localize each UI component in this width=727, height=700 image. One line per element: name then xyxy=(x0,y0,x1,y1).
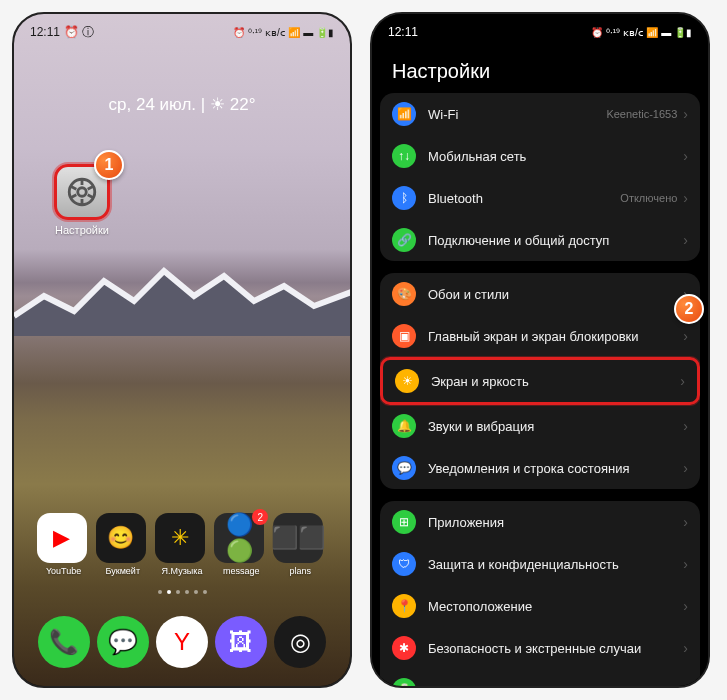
row-icon: ✱ xyxy=(392,636,416,660)
app-icon: 🔵🟢2 xyxy=(214,513,264,563)
chevron-right-icon: › xyxy=(683,556,688,572)
row-label: Экран и яркость xyxy=(431,374,680,389)
row-label: Приложения xyxy=(428,515,683,530)
dock: 📞💬Y🖼◎ xyxy=(14,616,350,668)
chevron-right-icon: › xyxy=(683,598,688,614)
row-label: Обои и стили xyxy=(428,287,683,302)
row-label: Главный экран и экран блокировки xyxy=(428,329,683,344)
settings-row-обои-и-стили[interactable]: 🎨Обои и стили› xyxy=(380,273,700,315)
row-icon: 📍 xyxy=(392,594,416,618)
row-label: Bluetooth xyxy=(428,191,620,206)
row-icon: 💬 xyxy=(392,456,416,480)
settings-row-приложения[interactable]: ⊞Приложения› xyxy=(380,501,700,543)
chevron-right-icon: › xyxy=(683,682,688,688)
row-label: Wi-Fi xyxy=(428,107,606,122)
row-icon: ᛒ xyxy=(392,186,416,210)
svg-point-1 xyxy=(78,188,87,197)
app-я.музыка[interactable]: ✳Я.Музыка xyxy=(155,513,209,576)
row-icon: 🎨 xyxy=(392,282,416,306)
settings-group: 🎨Обои и стили›▣Главный экран и экран бло… xyxy=(380,273,700,489)
app-label: plans xyxy=(273,566,327,576)
app-label: Букмейт xyxy=(96,566,150,576)
settings-list[interactable]: 📶Wi-FiKeenetic-1653›↑↓Мобильная сеть›ᛒBl… xyxy=(372,93,708,688)
settings-row-wi-fi[interactable]: 📶Wi-FiKeenetic-1653› xyxy=(380,93,700,135)
status-right-icons: ⏰ ⁰·¹⁹ ᴋʙ/ᴄ 📶 ▬ 🔋▮ xyxy=(233,27,334,38)
settings-row-безопасность-и-экстренные-случаи[interactable]: ✱Безопасность и экстренные случаи› xyxy=(380,627,700,669)
chevron-right-icon: › xyxy=(683,328,688,344)
chevron-right-icon: › xyxy=(683,640,688,656)
settings-group: ⊞Приложения›🛡Защита и конфиденциальность… xyxy=(380,501,700,688)
callout-badge-1: 1 xyxy=(94,150,124,180)
row-label: Мобильная сеть xyxy=(428,149,683,164)
app-букмейт[interactable]: 😊Букмейт xyxy=(96,513,150,576)
row-label: Безопасность и экстренные случаи xyxy=(428,641,683,656)
app-message[interactable]: 🔵🟢2message xyxy=(214,513,268,576)
app-label: Я.Музыка xyxy=(155,566,209,576)
notification-badge: 2 xyxy=(252,509,268,525)
page-title: Настройки xyxy=(372,44,708,93)
app-plans[interactable]: ⬛⬛plans xyxy=(273,513,327,576)
dock-icon-1[interactable]: 💬 xyxy=(97,616,149,668)
row-label: Уведомления и строка состояния xyxy=(428,461,683,476)
app-icon: 😊 xyxy=(96,513,146,563)
dock-icon-3[interactable]: 🖼 xyxy=(215,616,267,668)
chevron-right-icon: › xyxy=(683,514,688,530)
callout-badge-2: 2 xyxy=(674,294,704,324)
settings-row-мобильная-сеть[interactable]: ↑↓Мобильная сеть› xyxy=(380,135,700,177)
settings-row-батарея[interactable]: 🔋Батарея› xyxy=(380,669,700,688)
settings-row-местоположение[interactable]: 📍Местоположение› xyxy=(380,585,700,627)
row-value: Отключено xyxy=(620,192,677,204)
row-icon: 🔋 xyxy=(392,678,416,688)
row-icon: ☀ xyxy=(395,369,419,393)
app-icon: ⬛⬛ xyxy=(273,513,323,563)
row-icon: 📶 xyxy=(392,102,416,126)
settings-row-звуки-и-вибрация[interactable]: 🔔Звуки и вибрация› xyxy=(380,405,700,447)
status-bar: 12:11 ⏰ ⓘ ⏰ ⁰·¹⁹ ᴋʙ/ᴄ 📶 ▬ 🔋▮ xyxy=(14,14,350,44)
app-row: ▶YouTube😊Букмейт✳Я.Музыка🔵🟢2message⬛⬛pla… xyxy=(14,513,350,576)
app-label: message xyxy=(214,566,268,576)
weather-icon: ☀ xyxy=(210,95,225,114)
settings-row-главный-экран-и-экран-блокировки[interactable]: ▣Главный экран и экран блокировки› xyxy=(380,315,700,357)
chevron-right-icon: › xyxy=(680,373,685,389)
app-icon: ✳ xyxy=(155,513,205,563)
row-icon: 🔔 xyxy=(392,414,416,438)
row-icon: 🔗 xyxy=(392,228,416,252)
app-label: YouTube xyxy=(37,566,91,576)
page-indicator xyxy=(14,590,350,594)
chevron-right-icon: › xyxy=(683,106,688,122)
status-time: 12:11 xyxy=(30,25,60,39)
settings-row-защита-и-конфиденциальность[interactable]: 🛡Защита и конфиденциальность› xyxy=(380,543,700,585)
settings-row-подключение-и-общий-доступ[interactable]: 🔗Подключение и общий доступ› xyxy=(380,219,700,261)
dock-icon-4[interactable]: ◎ xyxy=(274,616,326,668)
status-bar: 12:11 ⏰ ⁰·¹⁹ ᴋʙ/ᴄ 📶 ▬ 🔋▮ xyxy=(372,14,708,44)
app-icon: ▶ xyxy=(37,513,87,563)
row-label: Защита и конфиденциальность xyxy=(428,557,683,572)
chevron-right-icon: › xyxy=(683,232,688,248)
dock-icon-0[interactable]: 📞 xyxy=(38,616,90,668)
app-youtube[interactable]: ▶YouTube xyxy=(37,513,91,576)
settings-screen-phone: 12:11 ⏰ ⁰·¹⁹ ᴋʙ/ᴄ 📶 ▬ 🔋▮ Настройки 📶Wi-F… xyxy=(370,12,710,688)
status-time: 12:11 xyxy=(388,25,418,39)
row-icon: ⊞ xyxy=(392,510,416,534)
chevron-right-icon: › xyxy=(683,418,688,434)
settings-row-bluetooth[interactable]: ᛒBluetoothОтключено› xyxy=(380,177,700,219)
settings-row-уведомления-и-строка-состояния[interactable]: 💬Уведомления и строка состояния› xyxy=(380,447,700,489)
row-label: Батарея xyxy=(428,683,683,689)
weather-widget[interactable]: ср, 24 июл. | ☀ 22° xyxy=(14,94,350,115)
row-label: Подключение и общий доступ xyxy=(428,233,683,248)
chevron-right-icon: › xyxy=(683,148,688,164)
settings-row-экран-и-яркость[interactable]: ☀Экран и яркость› xyxy=(380,357,700,405)
temperature: 22° xyxy=(230,95,256,114)
row-icon: 🛡 xyxy=(392,552,416,576)
date-text: ср, 24 июл. xyxy=(109,95,197,114)
app-label: Настройки xyxy=(54,224,110,236)
status-left-icons: ⏰ ⓘ xyxy=(64,24,94,41)
settings-app[interactable]: Настройки 1 xyxy=(54,164,110,236)
row-value: Keenetic-1653 xyxy=(606,108,677,120)
status-right-icons: ⏰ ⁰·¹⁹ ᴋʙ/ᴄ 📶 ▬ 🔋▮ xyxy=(591,27,692,38)
chevron-right-icon: › xyxy=(683,190,688,206)
dock-icon-2[interactable]: Y xyxy=(156,616,208,668)
row-label: Звуки и вибрация xyxy=(428,419,683,434)
row-icon: ↑↓ xyxy=(392,144,416,168)
row-label: Местоположение xyxy=(428,599,683,614)
